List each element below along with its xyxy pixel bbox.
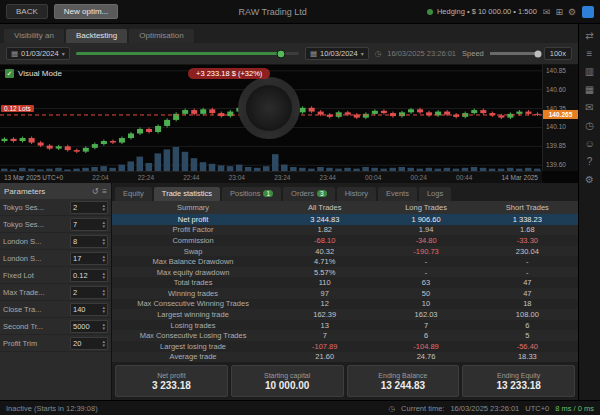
parameter-input[interactable]: 0.12▴▾ <box>70 269 108 282</box>
stats-tabs: EquityTrade statisticsPositions1Orders3H… <box>112 183 578 201</box>
parameter-input[interactable]: 140▴▾ <box>70 303 108 316</box>
profile-avatar[interactable] <box>582 6 594 18</box>
broker-watermark-logo <box>238 77 300 139</box>
speed-slider-handle[interactable] <box>534 50 541 57</box>
stats-tab-events[interactable]: Events <box>378 187 417 201</box>
parameter-stepper: ▴▾ <box>102 322 105 330</box>
end-date-picker[interactable]: ▦ 10/03/2024 ▾ <box>305 47 369 60</box>
stats-row-total-trades[interactable]: Total trades1106347 <box>112 277 578 288</box>
parameter-input[interactable]: 8▴▾ <box>70 235 108 248</box>
price-axis[interactable]: 140.265 140.85140.60140.35140.10139.8513… <box>542 65 578 171</box>
reset-parameters-icon[interactable]: ↺ <box>92 187 99 196</box>
stats-tab-orders[interactable]: Orders3 <box>283 187 335 201</box>
community-icon[interactable]: ☺ <box>584 138 594 149</box>
right-toolbar: ⇄≡▥▦✉◷☺?⚙ <box>578 24 600 400</box>
tab-optimisation[interactable]: Optimisation <box>129 29 193 43</box>
price-axis-label: 139.60 <box>546 161 566 168</box>
card-value: 13 244.83 <box>381 380 426 391</box>
speed-value[interactable]: 100x <box>544 47 572 60</box>
stats-row-net-profit[interactable]: Net profit3 244.831 906.601 338.23 <box>112 214 578 225</box>
stats-value: 7 <box>375 321 476 330</box>
stats-label: Profit Factor <box>112 225 274 234</box>
price-axis-label: 140.60 <box>546 86 566 93</box>
parameter-row: London S...17▴▾ <box>0 250 111 267</box>
stats-row-swap[interactable]: Swap40.32-190.73230.04 <box>112 246 578 257</box>
parameter-input[interactable]: 2▴▾ <box>70 286 108 299</box>
stepper-down-icon[interactable]: ▾ <box>102 309 105 313</box>
start-date-picker[interactable]: ▦ 01/03/2024 ▾ <box>6 47 70 60</box>
stats-value: 1.68 <box>477 225 578 234</box>
stats-row-commission[interactable]: Commission-68.10-34.80-33.30 <box>112 235 578 246</box>
parameter-input[interactable]: 5000▴▾ <box>70 320 108 333</box>
stepper-down-icon[interactable]: ▾ <box>102 275 105 279</box>
speed-slider[interactable] <box>490 52 538 55</box>
stats-tab-history[interactable]: History <box>337 187 376 201</box>
new-optimisation-button[interactable]: New optim... <box>54 4 118 19</box>
time-axis[interactable]: 13 Mar 2025 UTC+022:0422:2422:4423:0423:… <box>0 171 542 183</box>
stats-value: 1.82 <box>274 225 375 234</box>
stats-row-winning-trades[interactable]: Winning trades975047 <box>112 288 578 299</box>
stepper-down-icon[interactable]: ▾ <box>102 207 105 211</box>
stepper-down-icon[interactable]: ▾ <box>102 224 105 228</box>
chart-panel[interactable]: ✓ Visual Mode +3 233.18 $ (+32%) 0.12 Lo… <box>0 65 578 183</box>
news-icon[interactable]: ✉ <box>585 102 593 113</box>
apps-grid-icon[interactable]: ⊞ <box>555 7 563 17</box>
tab-backtesting[interactable]: Backtesting <box>66 29 127 43</box>
stats-row-max-consecutive-losing-trades[interactable]: Max Consecutive Losing Trades765 <box>112 330 578 341</box>
stats-row-average-trade[interactable]: Average trade21.6024.7618.33 <box>112 352 578 363</box>
timezone-value[interactable]: UTC+0 <box>525 404 549 413</box>
timeline-handle[interactable] <box>277 49 286 58</box>
watchlist-icon[interactable]: ≡ <box>587 48 593 59</box>
parameter-label: Close Tra... <box>3 305 67 314</box>
menu-icon[interactable]: ≡ <box>102 187 107 196</box>
stats-tab-logs[interactable]: Logs <box>419 187 451 201</box>
stats-row-max-balance-drawdown[interactable]: Max Balance Drawdown4.71%-- <box>112 256 578 267</box>
visual-mode-checkbox[interactable]: ✓ Visual Mode <box>5 69 62 78</box>
latency-value: 8 ms / 0 ms <box>555 404 594 413</box>
stats-value: 5 <box>477 331 578 340</box>
main-column: Visibility an Backtesting Optimisation ▦… <box>0 24 578 400</box>
timeline-slider[interactable] <box>76 52 299 55</box>
chart-icon[interactable]: ▥ <box>585 66 594 77</box>
status-bar: Inactive (Starts in 12:39:08) ◷ Current … <box>0 400 600 415</box>
parameter-row: Tokyo Ses...2▴▾ <box>0 199 111 216</box>
stepper-down-icon[interactable]: ▾ <box>102 343 105 347</box>
stats-row-losing-trades[interactable]: Losing trades1376 <box>112 320 578 331</box>
stats-tab-trade-statistics[interactable]: Trade statistics <box>154 187 220 201</box>
stats-tab-positions[interactable]: Positions1 <box>222 187 281 201</box>
stats-value: 40.32 <box>274 247 375 256</box>
account-info[interactable]: Hedging • $ 10 000.00 • 1:500 <box>427 7 537 16</box>
stepper-down-icon[interactable]: ▾ <box>102 326 105 330</box>
tab-chart[interactable]: Visibility an <box>4 29 64 43</box>
parameter-input[interactable]: 20▴▾ <box>70 337 108 350</box>
settings-icon[interactable]: ⚙ <box>568 7 576 17</box>
stepper-down-icon[interactable]: ▾ <box>102 292 105 296</box>
trade-icon[interactable]: ⇄ <box>585 30 593 41</box>
parameter-input[interactable]: 2▴▾ <box>70 201 108 214</box>
stats-label: Max equity drawdown <box>112 268 274 277</box>
mail-icon[interactable]: ✉ <box>543 7 551 17</box>
stats-row-profit-factor[interactable]: Profit Factor1.821.941.68 <box>112 225 578 236</box>
stats-row-max-equity-drawdown[interactable]: Max equity drawdown5.57%-- <box>112 267 578 278</box>
stats-header: SummaryAll TradesLong TradesShort Trades <box>112 201 578 214</box>
stats-value: - <box>375 257 476 266</box>
stats-value: 3 244.83 <box>274 215 375 224</box>
calendar-icon[interactable]: ▦ <box>585 84 594 95</box>
stats-label: Max Balance Drawdown <box>112 257 274 266</box>
stepper-down-icon[interactable]: ▾ <box>102 241 105 245</box>
parameter-stepper: ▴▾ <box>102 237 105 245</box>
stepper-down-icon[interactable]: ▾ <box>102 258 105 262</box>
alerts-icon[interactable]: ◷ <box>585 120 594 131</box>
stats-row-max-consecutive-winning-trades[interactable]: Max Consecutive Winning Trades121018 <box>112 299 578 310</box>
stats-row-largest-losing-trade[interactable]: Largest losing trade-107.89-104.89-56.40 <box>112 341 578 352</box>
card-label: Ending Balance <box>378 372 427 379</box>
stats-label: Max Consecutive Winning Trades <box>112 299 274 308</box>
stats-tab-equity[interactable]: Equity <box>115 187 152 201</box>
stats-row-largest-winning-trade[interactable]: Largest winning trade162.39162.03108.00 <box>112 309 578 320</box>
parameter-input[interactable]: 17▴▾ <box>70 252 108 265</box>
settings-icon[interactable]: ⚙ <box>585 174 594 185</box>
back-button[interactable]: BACK <box>6 4 48 19</box>
help-icon[interactable]: ? <box>587 156 593 167</box>
parameter-input[interactable]: 7▴▾ <box>70 218 108 231</box>
parameter-row: Profit Trim20▴▾ <box>0 335 111 352</box>
